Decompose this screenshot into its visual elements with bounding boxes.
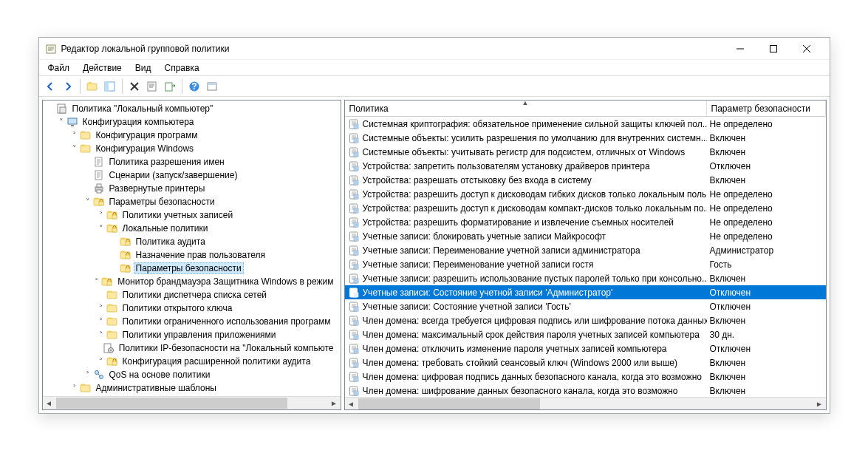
list-row[interactable]: Член домена: шифрование данных безопасно… [345, 384, 826, 397]
minimize-button[interactable] [724, 38, 757, 59]
list-body[interactable]: Системная криптография: обязательное при… [345, 117, 826, 397]
tree-item[interactable]: Политики диспетчера списка сетей [43, 288, 341, 302]
menu-action[interactable]: Действие [77, 61, 128, 75]
expand-toggle[interactable]: ˅ [56, 118, 66, 127]
policy-value: Отключен [707, 302, 826, 312]
tree-item[interactable]: ˃QoS на основе политики [43, 368, 341, 381]
expand-toggle[interactable]: ˃ [96, 357, 106, 367]
policy-name: Учетные записи: Состояние учетной записи… [363, 302, 571, 312]
tree-item[interactable]: ˃Политики ограниченного использования пр… [43, 315, 341, 328]
back-button[interactable] [42, 78, 58, 95]
list-row[interactable]: Устройства: разрешить форматирование и и… [345, 215, 826, 229]
list-row[interactable]: Устройства: разрешать отстыковку без вхо… [345, 173, 826, 187]
tree-item[interactable]: Политики IP-безопасности на "Локальный к… [43, 341, 341, 355]
list-row[interactable]: Учетные записи: Переименование учетной з… [345, 243, 826, 257]
view-button[interactable] [204, 78, 220, 95]
policy-value: Не определено [707, 189, 826, 200]
list-row[interactable]: Устройства: разрешить доступ к дисковода… [345, 201, 826, 215]
menu-file[interactable]: Файл [42, 61, 76, 75]
tree-item[interactable]: ˅Конфигурация Windows [43, 142, 341, 155]
help-button[interactable]: ? [186, 78, 202, 95]
menu-help[interactable]: Справка [159, 61, 205, 75]
tree-item[interactable]: Параметры безопасности [43, 262, 341, 275]
close-button[interactable] [790, 38, 824, 59]
svg-rect-75 [354, 307, 358, 311]
policy-value: Отключен [707, 161, 826, 171]
tree-item[interactable]: ˃Политики учетных записей [43, 208, 341, 222]
tree-item[interactable]: Политика аудита [43, 235, 341, 248]
tree-item-label: Конфигурация Windows [94, 143, 197, 154]
tree-item[interactable]: ˅Параметры безопасности [43, 195, 341, 208]
folder-icon [80, 129, 92, 141]
list-row[interactable]: Учетные записи: Состояние учетной записи… [345, 299, 826, 313]
tree-item[interactable]: ˅Локальные политики [43, 222, 341, 235]
tree-item[interactable]: ˃Конфигурация расширенной политики аудит… [43, 355, 341, 368]
scroll-right-icon[interactable]: ► [813, 398, 826, 410]
scroll-right-icon[interactable]: ► [328, 397, 341, 409]
list-row[interactable]: Учетные записи: блокировать учетные запи… [345, 229, 826, 243]
policy-value: Не определено [707, 203, 826, 214]
expand-toggle[interactable]: ˃ [96, 317, 106, 327]
menu-view[interactable]: Вид [129, 61, 157, 75]
tree-pane[interactable]: Политика "Локальный компьютер"˅Конфигура… [42, 100, 341, 410]
maximize-button[interactable] [757, 38, 790, 59]
folder-lock-icon [120, 236, 131, 248]
tree-hscrollbar[interactable]: ◄ ► [43, 396, 341, 409]
column-policy-label: Политика [349, 103, 389, 114]
scroll-left-icon[interactable]: ◄ [345, 398, 358, 410]
forward-button[interactable] [60, 78, 76, 95]
svg-rect-63 [354, 222, 358, 227]
list-row[interactable]: Устройства: разрешить доступ к дисковода… [345, 187, 826, 201]
up-button[interactable] [84, 78, 100, 95]
svg-rect-31 [126, 255, 130, 259]
policy-name: Устройства: запретить пользователям уста… [363, 161, 650, 171]
list-row[interactable]: Системные объекты: учитывать регистр для… [345, 145, 826, 159]
tree-item[interactable]: Политика "Локальный компьютер" [43, 102, 341, 115]
export-button[interactable] [162, 78, 178, 95]
tree-item[interactable]: Сценарии (запуск/завершение) [43, 169, 341, 182]
list-row[interactable]: Системная криптография: обязательное при… [345, 117, 826, 131]
tree-item[interactable]: ˅Конфигурация компьютера [43, 115, 341, 129]
tree-item[interactable]: Назначение прав пользователя [43, 248, 341, 262]
tree-item[interactable]: ˃Монитор брандмауэра Защитника Windows в… [43, 275, 341, 288]
tree-item[interactable]: Политика разрешения имен [43, 155, 341, 169]
expand-toggle[interactable]: ˃ [83, 370, 93, 380]
expand-toggle[interactable]: ˅ [69, 144, 80, 154]
list-row[interactable]: Член домена: всегда требуется цифровая п… [345, 313, 826, 327]
policy-name: Член домена: шифрование данных безопасно… [363, 386, 678, 396]
list-hscrollbar[interactable]: ◄ ► [345, 397, 826, 409]
policy-name: Устройства: разрешить доступ к дисковода… [363, 189, 707, 200]
expand-toggle[interactable]: ˅ [83, 197, 93, 207]
policy-name: Учетные записи: Состояние учетной записи… [363, 287, 613, 298]
expand-toggle[interactable]: ˃ [96, 211, 106, 220]
list-row[interactable]: Системные объекты: усилить разрешения по… [345, 131, 826, 145]
column-param-label: Параметр безопасности [711, 103, 811, 114]
tree-item[interactable]: ˃Политики открытого ключа [43, 302, 341, 315]
tree-item[interactable]: ˃Политики управления приложениями [43, 328, 341, 341]
list-row[interactable]: Член домена: цифровая подпись данных без… [345, 370, 826, 384]
expand-toggle[interactable]: ˃ [96, 330, 106, 340]
expand-toggle[interactable]: ˃ [69, 384, 80, 393]
column-policy[interactable]: Политика ▲ [345, 101, 707, 116]
properties-button[interactable] [144, 78, 160, 95]
list-row[interactable]: Член домена: отключить изменение пароля … [345, 341, 826, 355]
list-row[interactable]: Член домена: максимальный срок действия … [345, 327, 826, 341]
expand-toggle[interactable]: ˃ [96, 304, 106, 313]
list-row[interactable]: Устройства: запретить пользователям уста… [345, 159, 826, 173]
tree-item[interactable]: ˃Административные шаблоны [43, 381, 341, 395]
tree-item[interactable]: Развернутые принтеры [43, 182, 341, 195]
scroll-left-icon[interactable]: ◄ [43, 397, 55, 409]
column-param[interactable]: Параметр безопасности [707, 101, 826, 116]
list-row[interactable]: Учетные записи: Состояние учетной записи… [345, 285, 826, 299]
delete-button[interactable] [126, 78, 143, 95]
list-row[interactable]: Член домена: требовать стойкий сеансовый… [345, 355, 826, 370]
expand-toggle[interactable]: ˅ [96, 224, 106, 234]
expand-toggle[interactable]: ˃ [69, 131, 80, 140]
expand-toggle[interactable]: ˃ [92, 277, 101, 287]
svg-text:?: ? [191, 81, 197, 92]
list-row[interactable]: Учетные записи: Переименование учетной з… [345, 257, 826, 271]
show-hide-tree-button[interactable] [102, 78, 118, 95]
svg-rect-83 [354, 363, 358, 367]
list-row[interactable]: Учетные записи: разрешить использование … [345, 271, 826, 285]
tree-item[interactable]: ˃Конфигурация программ [43, 129, 341, 142]
